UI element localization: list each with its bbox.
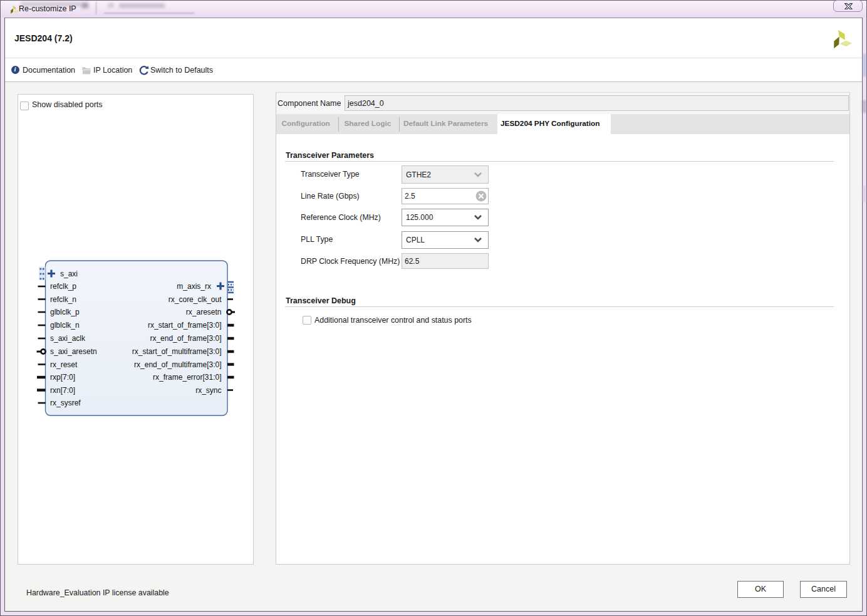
svg-text:rx_sysref: rx_sysref	[50, 399, 81, 407]
svg-text:rx_start_of_multiframe[3:0]: rx_start_of_multiframe[3:0]	[132, 347, 222, 356]
svg-text:s_axi_aclk: s_axi_aclk	[50, 334, 86, 343]
svg-text:glblclk_p: glblclk_p	[50, 308, 80, 316]
svg-text:rx_end_of_frame[3:0]: rx_end_of_frame[3:0]	[150, 334, 221, 343]
svg-text:rx_start_of_frame[3:0]: rx_start_of_frame[3:0]	[148, 321, 221, 330]
svg-text:rxn[7:0]: rxn[7:0]	[50, 386, 75, 395]
svg-text:refclk_n: refclk_n	[50, 295, 76, 304]
svg-text:s_axi: s_axi	[60, 269, 78, 278]
svg-text:rx_reset: rx_reset	[50, 360, 78, 369]
svg-text:rx_end_of_multiframe[3:0]: rx_end_of_multiframe[3:0]	[134, 360, 221, 369]
svg-text:rxp[7:0]: rxp[7:0]	[50, 373, 75, 382]
svg-text:s_axi_aresetn: s_axi_aresetn	[50, 347, 97, 356]
svg-text:m_axis_rx: m_axis_rx	[177, 282, 211, 291]
svg-text:rx_frame_error[31:0]: rx_frame_error[31:0]	[153, 373, 221, 382]
svg-text:rx_sync: rx_sync	[195, 386, 221, 395]
svg-text:rx_aresetn: rx_aresetn	[186, 308, 222, 316]
svg-text:rx_core_clk_out: rx_core_clk_out	[169, 295, 222, 304]
svg-text:refclk_p: refclk_p	[50, 282, 76, 291]
svg-text:glblclk_n: glblclk_n	[50, 321, 80, 330]
